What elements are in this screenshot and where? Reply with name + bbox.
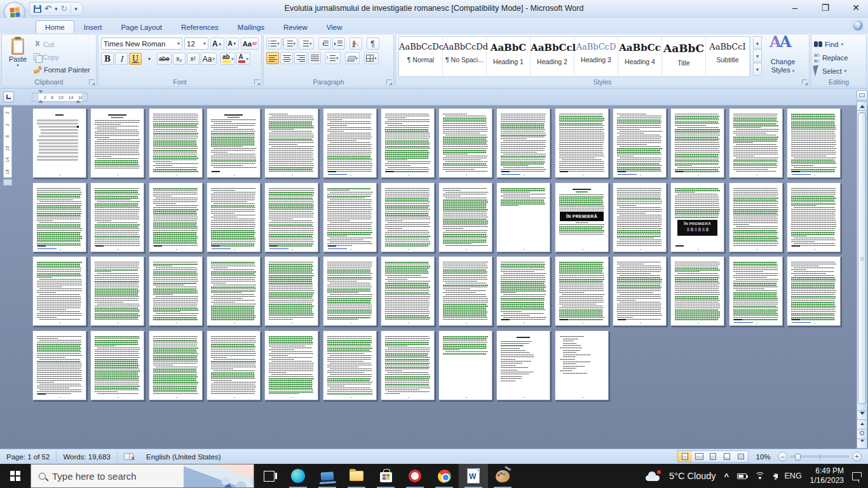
page-thumbnail-43[interactable] — [32, 330, 86, 400]
page-thumbnail-5[interactable] — [264, 108, 318, 178]
style-normal[interactable]: AaBbCcDc¶ Normal — [399, 37, 443, 76]
decrease-indent-button[interactable] — [318, 37, 331, 50]
page-thumbnail-26[interactable]: ÎN PREMIERĂ — [670, 182, 724, 252]
change-styles-button[interactable]: AA Change Styles ▾ — [764, 36, 801, 75]
page-thumbnail-42[interactable] — [787, 256, 841, 326]
taskbar-word[interactable] — [459, 464, 488, 488]
page-thumbnail-17[interactable] — [149, 182, 203, 252]
page-thumbnail-34[interactable] — [323, 256, 377, 326]
superscript-button[interactable]: x² — [187, 53, 200, 65]
task-view-button[interactable] — [254, 464, 283, 488]
page-thumbnail-31[interactable] — [149, 256, 203, 326]
undo-icon[interactable]: ↶ — [44, 5, 51, 13]
volume-icon[interactable]: )) — [773, 472, 776, 480]
numbering-button[interactable]: ▾ — [283, 37, 298, 50]
scroll-up-icon[interactable] — [857, 101, 867, 111]
taskbar-opera[interactable] — [400, 464, 430, 488]
draft-view-button[interactable] — [734, 451, 748, 462]
fullscreen-reading-view-button[interactable] — [692, 451, 706, 462]
proofing-status[interactable] — [118, 451, 140, 463]
tab-selector-button[interactable] — [3, 92, 14, 102]
styles-scroll-down-icon[interactable]: ▼ — [753, 50, 762, 62]
cut-button[interactable]: Cut — [34, 39, 93, 50]
page-thumbnail-28[interactable] — [787, 182, 841, 252]
document-area[interactable]: 226101418 ÎN PREMIERĂÎN PREMIERĂ — [0, 105, 868, 449]
page-thumbnail-6[interactable] — [323, 108, 377, 178]
zoom-level[interactable]: 10% — [754, 453, 773, 461]
wifi-icon[interactable] — [755, 472, 765, 480]
paragraph-dialog-launcher-icon[interactable] — [386, 79, 391, 85]
undo-dropdown-icon[interactable]: ▾ — [55, 6, 58, 12]
vertical-ruler[interactable]: 226101418 — [3, 107, 12, 178]
repeat-icon[interactable]: ↻ — [60, 5, 67, 13]
style-title[interactable]: AaBbCTitle — [662, 37, 706, 76]
page-thumbnail-11[interactable] — [613, 108, 667, 178]
page-thumbnail-33[interactable] — [264, 256, 318, 326]
zoom-track[interactable] — [790, 456, 849, 458]
tab-insert[interactable]: Insert — [74, 20, 112, 33]
italic-button[interactable]: I — [115, 53, 128, 65]
taskbar-file-explorer[interactable] — [342, 464, 371, 488]
weather-text[interactable]: 5°C Cloudy — [669, 471, 716, 481]
shading-button[interactable]: ▾ — [345, 52, 360, 64]
tab-references[interactable]: References — [172, 20, 228, 33]
restore-button[interactable]: ❐ — [818, 1, 832, 14]
line-spacing-button[interactable]: ▾ — [325, 52, 341, 64]
style-heading-3[interactable]: AaBbCcDHeading 3 — [574, 37, 618, 76]
page-thumbnail-36[interactable] — [438, 256, 492, 326]
right-indent-marker[interactable] — [76, 97, 81, 103]
sort-button[interactable]: AZ↓ — [349, 37, 362, 50]
page-thumbnail-45[interactable] — [149, 330, 203, 400]
language-indicator[interactable]: English (United States) — [140, 451, 227, 463]
page-thumbnail-29[interactable] — [32, 256, 86, 326]
underline-button[interactable]: U — [129, 53, 142, 65]
font-color-button[interactable]: A▾ — [236, 53, 250, 65]
bullets-button[interactable]: ▾ — [266, 37, 281, 50]
select-browse-object-icon[interactable] — [857, 430, 867, 439]
paste-dropdown-icon[interactable]: ▾ — [5, 63, 31, 68]
scroll-down-icon[interactable] — [857, 410, 867, 420]
tray-chevron-icon[interactable]: ^ — [724, 471, 729, 481]
page-thumbnail-24[interactable]: ÎN PREMIERĂ — [555, 182, 609, 252]
page-thumbnail-3[interactable] — [149, 108, 203, 178]
tab-page-layout[interactable]: Page Layout — [111, 20, 172, 33]
action-center-icon[interactable] — [852, 472, 862, 480]
page-thumbnail-20[interactable] — [323, 182, 377, 252]
minimize-button[interactable]: – — [788, 1, 802, 14]
underline-dropdown-icon[interactable]: ▾ — [143, 53, 156, 65]
clock[interactable]: 6:49 PM1/16/2023 — [810, 466, 844, 485]
page-thumbnail-49[interactable] — [381, 330, 435, 400]
find-button[interactable]: Find▾ — [814, 39, 864, 50]
save-icon[interactable] — [34, 5, 41, 13]
page-thumbnail-2[interactable] — [90, 108, 144, 178]
outline-view-button[interactable] — [720, 451, 734, 462]
page-thumbnail-8[interactable] — [438, 108, 492, 178]
close-button[interactable]: ✕ — [849, 1, 863, 14]
page-thumbnail-9[interactable] — [496, 108, 550, 178]
taskbar-chrome[interactable] — [430, 464, 459, 488]
format-painter-button[interactable]: Format Painter — [34, 64, 93, 75]
subscript-button[interactable]: x₂ — [173, 53, 186, 65]
replace-button[interactable]: abacReplace — [814, 52, 864, 63]
page-thumbnail-51[interactable] — [496, 330, 550, 400]
scrollbar-thumb[interactable] — [858, 112, 866, 404]
zoom-thumb[interactable] — [795, 454, 801, 461]
align-center-button[interactable] — [280, 52, 293, 64]
page-thumbnail-18[interactable] — [207, 182, 261, 252]
zoom-in-button[interactable]: + — [852, 452, 862, 461]
increase-indent-button[interactable] — [332, 37, 345, 50]
taskbar-microsoft-store[interactable] — [371, 464, 400, 488]
style-heading-1[interactable]: AaBbCHeading 1 — [487, 37, 531, 76]
page-thumbnail-7[interactable] — [381, 108, 435, 178]
battery-icon[interactable] — [737, 473, 747, 479]
page-thumbnail-48[interactable] — [323, 330, 377, 400]
page-thumbnail-16[interactable] — [90, 182, 144, 252]
page-thumbnail-44[interactable] — [90, 330, 144, 400]
highlight-button[interactable]: ab▾ — [220, 53, 236, 65]
clear-formatting-button[interactable]: Aa — [241, 37, 259, 50]
page-thumbnail-37[interactable] — [496, 256, 550, 326]
page-thumbnail-23[interactable] — [496, 182, 550, 252]
tab-home[interactable]: Home — [36, 20, 74, 33]
page-thumbnail-30[interactable] — [90, 256, 144, 326]
page-thumbnail-14[interactable] — [787, 108, 841, 178]
